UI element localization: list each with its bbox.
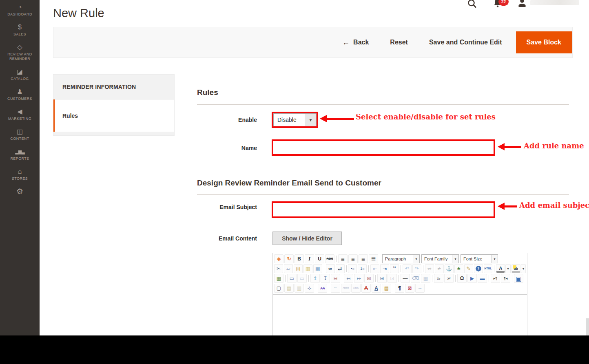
chevron-down-icon[interactable]: ▾ — [491, 255, 498, 263]
paste-as-text-icon[interactable]: ▥ — [303, 264, 312, 273]
link-icon[interactable]: ∾ — [425, 264, 434, 273]
anchor-icon[interactable]: ⚓ — [445, 264, 454, 273]
email-subject-input[interactable] — [273, 203, 494, 216]
bullet-list-icon[interactable]: •≡ — [348, 264, 357, 273]
indent-icon[interactable]: ⇥ — [380, 264, 389, 273]
panel-item-rules[interactable]: Rules — [53, 99, 174, 132]
page-break-icon[interactable]: ┄ — [415, 284, 425, 293]
sidebar-item-sales[interactable]: $SALES — [0, 20, 40, 40]
save-and-continue-button[interactable]: Save and Continue Edit — [429, 39, 502, 46]
del-icon[interactable]: A — [361, 284, 371, 293]
sidebar-item-customers[interactable]: ♟CUSTOMERS — [0, 85, 40, 105]
subscript-icon[interactable]: x₂ — [434, 274, 443, 283]
insert-variable-icon[interactable]: ↻ — [284, 254, 294, 263]
strikethrough-icon[interactable]: ABC — [325, 254, 334, 263]
horizontal-rule-icon[interactable]: — — [401, 274, 410, 283]
enable-select[interactable]: Disable ▼ — [273, 113, 317, 126]
vertical-scrollbar[interactable] — [586, 318, 589, 335]
numbered-list-icon[interactable]: 1≡ — [358, 264, 367, 273]
align-right-icon[interactable]: ≡ — [359, 254, 368, 263]
redo-icon[interactable]: ↷ — [412, 264, 421, 273]
highlight-color-icon[interactable]: ab — [512, 264, 520, 273]
sidebar-item-marketing[interactable]: ◀MARKETING — [0, 105, 40, 125]
font-size-select[interactable]: Font Size▾ — [461, 254, 498, 263]
cut-icon[interactable]: ✂ — [274, 264, 283, 273]
delete-row-icon[interactable]: ⊟ — [331, 274, 340, 283]
chevron-down-icon[interactable]: ▼ — [305, 114, 316, 126]
sidebar-item-reports[interactable]: ▂▆▃REPORTS — [0, 145, 40, 165]
panel-header-reminder-information[interactable]: REMINDER INFORMATION — [53, 75, 174, 99]
sidebar-item-stores[interactable]: ⌂STORES — [0, 165, 40, 185]
sidebar-item-settings[interactable]: ⚙ — [0, 185, 40, 199]
superscript-icon[interactable]: x² — [444, 274, 454, 283]
notification-count-badge[interactable]: 22 — [498, 0, 509, 6]
table-row-props-icon[interactable]: ▭ — [287, 274, 297, 283]
align-justify-icon[interactable]: ≣ — [369, 254, 378, 263]
insert-widget-icon[interactable]: ◈ — [274, 254, 283, 263]
merge-cells-icon[interactable]: ⊡ — [388, 274, 397, 283]
insert-table-icon[interactable]: ▦ — [274, 274, 283, 283]
fullscreen-icon[interactable]: ▣ — [514, 274, 523, 283]
table-cell-props-icon[interactable]: ▭ — [297, 274, 307, 283]
insert-row-before-icon[interactable]: ↥ — [310, 274, 320, 283]
media-icon[interactable]: ▶ — [467, 274, 477, 283]
insert-col-after-icon[interactable]: ↦ — [354, 274, 363, 283]
bring-forward-icon[interactable]: ▤ — [284, 284, 294, 293]
align-left-icon[interactable]: ≡ — [338, 254, 348, 263]
cleanup-icon[interactable]: ✎ — [464, 264, 473, 273]
outdent-icon[interactable]: ⇤ — [370, 264, 379, 273]
paste-icon[interactable]: ▤ — [294, 264, 303, 273]
html-icon[interactable]: HTML — [484, 264, 493, 273]
save-block-button[interactable]: Save Block — [516, 31, 572, 53]
user-account-icon[interactable] — [517, 0, 527, 10]
cite-icon[interactable]: “” — [331, 284, 340, 293]
visual-aid-icon[interactable]: ▦ — [421, 274, 430, 283]
sidebar-item-content[interactable]: ◫CONTENT — [0, 125, 40, 145]
bold-icon[interactable]: B — [294, 254, 304, 263]
sidebar-item-review-and-reminder[interactable]: ◇REVIEW AND REMINDER — [0, 40, 40, 65]
unlink-icon[interactable]: ≁ — [435, 264, 444, 273]
insert-layer-icon[interactable]: ▢ — [274, 284, 283, 293]
nonbreaking-icon[interactable]: ⊠ — [405, 284, 414, 293]
edit-attributes-icon[interactable]: ▤ — [382, 284, 391, 293]
ltr-icon[interactable]: ▸¶ — [491, 274, 500, 283]
copy-icon[interactable]: ▱ — [284, 264, 293, 273]
insert-row-after-icon[interactable]: ↧ — [321, 274, 330, 283]
editor-content-area[interactable] — [273, 295, 527, 335]
chevron-down-icon[interactable]: ▾ — [413, 255, 419, 263]
insert-col-before-icon[interactable]: ↤ — [344, 274, 353, 283]
delete-col-icon[interactable]: ⊠ — [364, 274, 374, 283]
chevron-down-icon[interactable]: ▾ — [452, 255, 458, 263]
special-char-icon[interactable]: Ω — [457, 274, 467, 283]
search-icon[interactable] — [467, 0, 477, 11]
underline-icon[interactable]: U — [315, 254, 324, 263]
paragraph-select[interactable]: Paragraph▾ — [382, 254, 420, 263]
image-icon[interactable]: ♣ — [454, 264, 463, 273]
style-props-icon[interactable]: AA — [318, 284, 327, 293]
italic-icon[interactable]: I — [305, 254, 314, 263]
absolute-position-icon[interactable]: ⊹ — [305, 284, 314, 293]
acronym-icon[interactable]: A.B.C — [351, 284, 361, 293]
reset-button[interactable]: Reset — [390, 39, 408, 46]
paste-from-word-icon[interactable]: ▦ — [313, 264, 322, 273]
rtl-icon[interactable]: ¶◂ — [501, 274, 510, 283]
adv-hr-icon[interactable]: ▬ — [478, 274, 487, 283]
find-icon[interactable]: ∞ — [326, 264, 335, 273]
split-cells-icon[interactable]: ⊞ — [377, 274, 387, 283]
undo-icon[interactable]: ↶ — [403, 264, 412, 273]
sidebar-item-dashboard[interactable]: ◔DASHBOARD — [0, 0, 40, 20]
highlight-color-arrow[interactable]: ▾ — [521, 264, 526, 273]
sidebar-item-catalog[interactable]: ◪CATALOG — [0, 65, 40, 85]
remove-format-icon[interactable]: ⌫ — [411, 274, 420, 283]
blockquote-icon[interactable]: “ — [390, 264, 399, 273]
show-hide-editor-button[interactable]: Show / Hide Editor — [272, 232, 342, 245]
align-center-icon[interactable]: ≡ — [348, 254, 358, 263]
font-family-select[interactable]: Font Family▾ — [421, 254, 459, 263]
name-input[interactable] — [273, 141, 494, 154]
text-color-icon[interactable]: A — [496, 264, 505, 273]
back-button[interactable]: ← Back — [342, 38, 369, 47]
help-icon[interactable]: ? — [474, 264, 483, 273]
find-replace-icon[interactable]: ⇄ — [336, 264, 345, 273]
ins-icon[interactable]: A — [372, 284, 381, 293]
text-color-arrow[interactable]: ▾ — [505, 264, 510, 273]
